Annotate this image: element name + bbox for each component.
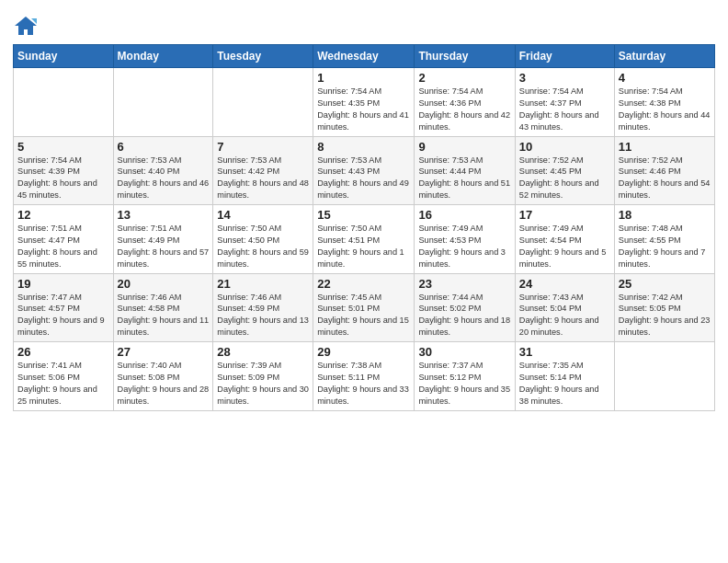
calendar-cell: 10Sunrise: 7:52 AM Sunset: 4:45 PM Dayli… — [515, 136, 614, 205]
day-info: Sunrise: 7:45 AM Sunset: 5:01 PM Dayligh… — [317, 292, 410, 339]
day-number: 13 — [118, 208, 210, 222]
day-info: Sunrise: 7:39 AM Sunset: 5:09 PM Dayligh… — [217, 360, 309, 408]
day-info: Sunrise: 7:46 AM Sunset: 4:58 PM Dayligh… — [118, 292, 210, 339]
calendar-cell: 20Sunrise: 7:46 AM Sunset: 4:58 PM Dayli… — [113, 273, 213, 342]
day-number: 5 — [17, 140, 109, 154]
calendar-week-1: 1Sunrise: 7:54 AM Sunset: 4:35 PM Daylig… — [14, 68, 715, 137]
calendar-cell: 16Sunrise: 7:49 AM Sunset: 4:53 PM Dayli… — [415, 205, 515, 274]
day-number: 29 — [317, 345, 410, 359]
calendar-cell: 13Sunrise: 7:51 AM Sunset: 4:49 PM Dayli… — [113, 205, 213, 274]
day-info: Sunrise: 7:35 AM Sunset: 5:14 PM Dayligh… — [519, 360, 610, 408]
day-info: Sunrise: 7:48 AM Sunset: 4:55 PM Dayligh… — [619, 223, 711, 270]
day-info: Sunrise: 7:50 AM Sunset: 4:50 PM Dayligh… — [217, 223, 309, 270]
day-info: Sunrise: 7:54 AM Sunset: 4:35 PM Dayligh… — [317, 86, 410, 133]
day-number: 8 — [317, 140, 410, 154]
calendar-cell: 5Sunrise: 7:54 AM Sunset: 4:39 PM Daylig… — [14, 136, 114, 205]
calendar-cell: 29Sunrise: 7:38 AM Sunset: 5:11 PM Dayli… — [313, 342, 415, 411]
calendar-cell: 18Sunrise: 7:48 AM Sunset: 4:55 PM Dayli… — [614, 205, 714, 274]
weekday-header-sunday: Sunday — [14, 45, 114, 68]
calendar-cell: 26Sunrise: 7:41 AM Sunset: 5:06 PM Dayli… — [14, 342, 114, 411]
calendar-cell: 21Sunrise: 7:46 AM Sunset: 4:59 PM Dayli… — [213, 273, 313, 342]
day-number: 31 — [519, 345, 610, 359]
day-info: Sunrise: 7:51 AM Sunset: 4:47 PM Dayligh… — [17, 223, 109, 270]
day-info: Sunrise: 7:52 AM Sunset: 4:46 PM Dayligh… — [619, 155, 711, 202]
calendar-cell: 7Sunrise: 7:53 AM Sunset: 4:42 PM Daylig… — [213, 136, 313, 205]
day-info: Sunrise: 7:53 AM Sunset: 4:43 PM Dayligh… — [317, 155, 410, 202]
day-number: 2 — [418, 71, 510, 85]
day-info: Sunrise: 7:44 AM Sunset: 5:02 PM Dayligh… — [418, 292, 510, 339]
calendar-week-3: 12Sunrise: 7:51 AM Sunset: 4:47 PM Dayli… — [14, 205, 715, 274]
calendar-cell: 31Sunrise: 7:35 AM Sunset: 5:14 PM Dayli… — [515, 342, 614, 411]
day-number: 14 — [217, 208, 309, 222]
calendar-cell: 28Sunrise: 7:39 AM Sunset: 5:09 PM Dayli… — [213, 342, 313, 411]
calendar-cell — [614, 342, 714, 411]
day-info: Sunrise: 7:40 AM Sunset: 5:08 PM Dayligh… — [118, 360, 210, 408]
day-number: 30 — [418, 345, 510, 359]
calendar-cell: 1Sunrise: 7:54 AM Sunset: 4:35 PM Daylig… — [313, 68, 415, 137]
logo — [13, 13, 42, 39]
day-number: 20 — [118, 277, 210, 291]
calendar-cell: 17Sunrise: 7:49 AM Sunset: 4:54 PM Dayli… — [515, 205, 614, 274]
day-number: 27 — [118, 345, 210, 359]
day-info: Sunrise: 7:42 AM Sunset: 5:05 PM Dayligh… — [619, 292, 711, 339]
day-info: Sunrise: 7:54 AM Sunset: 4:39 PM Dayligh… — [17, 155, 109, 202]
weekday-header-monday: Monday — [113, 45, 213, 68]
calendar-cell: 14Sunrise: 7:50 AM Sunset: 4:50 PM Dayli… — [213, 205, 313, 274]
day-info: Sunrise: 7:46 AM Sunset: 4:59 PM Dayligh… — [217, 292, 309, 339]
calendar-cell: 23Sunrise: 7:44 AM Sunset: 5:02 PM Dayli… — [415, 273, 515, 342]
day-number: 18 — [619, 208, 711, 222]
calendar-cell — [213, 68, 313, 137]
day-number: 15 — [317, 208, 410, 222]
day-number: 19 — [17, 277, 109, 291]
calendar-cell — [113, 68, 213, 137]
calendar-cell: 4Sunrise: 7:54 AM Sunset: 4:38 PM Daylig… — [614, 68, 714, 137]
day-number: 9 — [418, 140, 510, 154]
calendar-cell: 19Sunrise: 7:47 AM Sunset: 4:57 PM Dayli… — [14, 273, 114, 342]
calendar-week-4: 19Sunrise: 7:47 AM Sunset: 4:57 PM Dayli… — [14, 273, 715, 342]
day-number: 6 — [118, 140, 210, 154]
day-info: Sunrise: 7:53 AM Sunset: 4:40 PM Dayligh… — [118, 155, 210, 202]
weekday-header-row: SundayMondayTuesdayWednesdayThursdayFrid… — [14, 45, 715, 68]
day-info: Sunrise: 7:53 AM Sunset: 4:44 PM Dayligh… — [418, 155, 510, 202]
calendar-cell: 9Sunrise: 7:53 AM Sunset: 4:44 PM Daylig… — [415, 136, 515, 205]
day-number: 24 — [519, 277, 610, 291]
day-number: 28 — [217, 345, 309, 359]
weekday-header-wednesday: Wednesday — [313, 45, 415, 68]
calendar-table: SundayMondayTuesdayWednesdayThursdayFrid… — [13, 44, 715, 411]
day-info: Sunrise: 7:37 AM Sunset: 5:12 PM Dayligh… — [418, 360, 510, 408]
day-info: Sunrise: 7:52 AM Sunset: 4:45 PM Dayligh… — [519, 155, 610, 202]
day-info: Sunrise: 7:49 AM Sunset: 4:54 PM Dayligh… — [519, 223, 610, 270]
day-info: Sunrise: 7:54 AM Sunset: 4:36 PM Dayligh… — [418, 86, 510, 133]
day-number: 23 — [418, 277, 510, 291]
day-number: 4 — [619, 71, 711, 85]
day-info: Sunrise: 7:47 AM Sunset: 4:57 PM Dayligh… — [17, 292, 109, 339]
header — [13, 9, 715, 39]
day-number: 7 — [217, 140, 309, 154]
day-info: Sunrise: 7:49 AM Sunset: 4:53 PM Dayligh… — [418, 223, 510, 270]
calendar-cell: 25Sunrise: 7:42 AM Sunset: 5:05 PM Dayli… — [614, 273, 714, 342]
weekday-header-friday: Friday — [515, 45, 614, 68]
day-info: Sunrise: 7:54 AM Sunset: 4:37 PM Dayligh… — [519, 86, 610, 133]
day-number: 25 — [619, 277, 711, 291]
day-number: 12 — [17, 208, 109, 222]
day-info: Sunrise: 7:50 AM Sunset: 4:51 PM Dayligh… — [317, 223, 410, 270]
calendar-cell: 22Sunrise: 7:45 AM Sunset: 5:01 PM Dayli… — [313, 273, 415, 342]
calendar-cell: 15Sunrise: 7:50 AM Sunset: 4:51 PM Dayli… — [313, 205, 415, 274]
calendar-cell: 2Sunrise: 7:54 AM Sunset: 4:36 PM Daylig… — [415, 68, 515, 137]
calendar-cell: 24Sunrise: 7:43 AM Sunset: 5:04 PM Dayli… — [515, 273, 614, 342]
weekday-header-saturday: Saturday — [614, 45, 714, 68]
calendar-cell: 6Sunrise: 7:53 AM Sunset: 4:40 PM Daylig… — [113, 136, 213, 205]
day-info: Sunrise: 7:38 AM Sunset: 5:11 PM Dayligh… — [317, 360, 410, 408]
day-number: 22 — [317, 277, 410, 291]
weekday-header-thursday: Thursday — [415, 45, 515, 68]
logo-icon — [13, 13, 39, 39]
day-number: 17 — [519, 208, 610, 222]
page: SundayMondayTuesdayWednesdayThursdayFrid… — [0, 0, 728, 563]
calendar-week-2: 5Sunrise: 7:54 AM Sunset: 4:39 PM Daylig… — [14, 136, 715, 205]
calendar-week-5: 26Sunrise: 7:41 AM Sunset: 5:06 PM Dayli… — [14, 342, 715, 411]
day-info: Sunrise: 7:54 AM Sunset: 4:38 PM Dayligh… — [619, 86, 711, 133]
calendar-cell: 30Sunrise: 7:37 AM Sunset: 5:12 PM Dayli… — [415, 342, 515, 411]
calendar-cell: 27Sunrise: 7:40 AM Sunset: 5:08 PM Dayli… — [113, 342, 213, 411]
day-number: 21 — [217, 277, 309, 291]
day-number: 3 — [519, 71, 610, 85]
